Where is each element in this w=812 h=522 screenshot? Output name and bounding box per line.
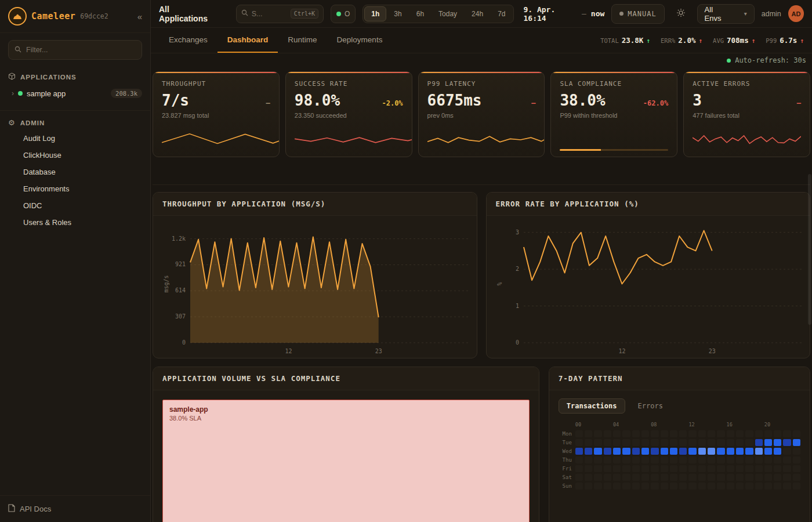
heatmap-cell [594,430,601,437]
heatmap-cell [688,430,696,437]
heatmap-hour-label [708,422,715,429]
heatmap-cell [774,439,781,446]
heatmap-cell [651,456,658,463]
theme-toggle-button[interactable] [672,4,690,24]
tab-deployments[interactable]: Deployments [327,28,393,53]
time-range-24h[interactable]: 24h [465,6,490,21]
treemap-node-sample-app[interactable]: sample-app 38.0% SLA [162,400,530,522]
heatmap-cell [661,456,668,463]
heatmap-cell [679,448,687,455]
time-range-7d[interactable]: 7d [491,6,512,21]
charts-row: THROUGHPUT BY APPLICATION (MSG/S) 030761… [153,192,810,358]
toggle-transactions[interactable]: Transactions [559,398,625,414]
heatmap-cell [688,483,696,490]
heatmap-cell [755,456,763,463]
svg-text:2: 2 [515,266,519,272]
tab-dashboard[interactable]: Dashboard [217,28,278,53]
heatmap-cell [670,483,677,490]
global-search-box[interactable]: Ctrl+K [236,5,324,23]
chevron-down-icon: ▾ [744,10,747,17]
sidebar-item-environments[interactable]: Environments [0,180,150,197]
sidebar-item-audit-log[interactable]: Audit Log [0,130,150,147]
online-indicator[interactable]: O [331,5,356,23]
heatmap-container: 000408121620MonTueWedThuFriSatSun [559,422,800,490]
heatmap-cell [585,456,592,463]
svg-text:1.2k: 1.2k [172,235,186,242]
svg-text:23: 23 [375,348,382,354]
heatmap-hour-label: 12 [688,422,696,429]
time-range-group: 1h3h6hToday24h7d [362,5,514,23]
sidebar-filter-box[interactable] [8,40,142,60]
heatmap-cell [622,456,630,463]
dashboard-content: THROUGHPUT7/s–23.827 msg totalSUCCESS RA… [151,64,812,522]
heatmap-cell [641,430,649,437]
sidebar-item-database[interactable]: Database [0,164,150,180]
env-select[interactable]: All Envs ▾ [697,4,755,24]
heatmap-day-label: Fri [559,466,574,472]
heatmap-cell [736,465,744,472]
stat-value: 23.8K [622,36,644,45]
heatmap-cell [622,448,630,455]
manual-refresh-button[interactable]: MANUAL [611,4,664,24]
heatmap-cell [736,456,744,463]
heatmap-cell [708,456,715,463]
auto-refresh-label: Auto-refresh: 30s [735,56,806,64]
pattern-body: TransactionsErrors 000408121620MonTueWed… [549,390,810,522]
time-range-6h[interactable]: 6h [409,6,431,21]
heatmap-cell [698,465,706,472]
arrow-up-icon: ↑ [646,37,650,45]
toggle-errors[interactable]: Errors [630,398,671,414]
heatmap-cell [613,439,621,446]
time-range-today[interactable]: Today [432,6,464,21]
sidebar-item-clickhouse[interactable]: ClickHouse [0,147,150,164]
heatmap-cell [604,439,611,446]
tab-exchanges[interactable]: Exchanges [159,28,217,53]
search-icon [14,46,21,55]
env-select-value: All Envs [705,5,729,23]
heatmap-cell [764,448,772,455]
time-separator: – [582,9,586,18]
svg-text:0: 0 [515,339,519,346]
heatmap-hour-label [661,422,668,429]
heatmap-cell [679,456,687,463]
heatmap-hour-label [698,422,706,429]
heatmap-cell [622,474,630,481]
heatmap-cell [661,448,668,455]
heatmap-cell [755,465,763,472]
app-version: 69dcce2 [80,12,108,20]
heatmap-cell [613,474,621,481]
kpi-row: THROUGHPUT7/s–23.827 msg totalSUCCESS RA… [153,71,810,157]
heatmap-cell [755,448,763,455]
sidebar-item-oidc[interactable]: OIDC [0,197,150,214]
filter-input[interactable] [26,46,136,54]
heatmap-day-label: Sat [559,474,574,480]
avatar[interactable]: AD [788,5,804,22]
heatmap-hour-label [793,422,800,429]
time-range-1h[interactable]: 1h [364,6,386,21]
api-docs-link[interactable]: API Docs [0,495,150,522]
heatmap-hour-label [774,422,781,429]
global-search-input[interactable] [252,10,287,18]
svg-text:921: 921 [175,261,186,267]
sidebar-item-users-roles[interactable]: Users & Roles [0,214,150,231]
kpi-title: SUCCESS RATE [295,80,403,88]
heatmap-cell [736,430,744,437]
sidebar-item-sample-app[interactable]: › sample app 208.3k [0,85,150,102]
heatmap-cell [783,483,791,490]
kpi-card-success-rate: SUCCESS RATE98.0%-2.0%23.350 succeeded [285,71,412,157]
heatmap-cell [708,474,715,481]
tab-runtime[interactable]: Runtime [278,28,327,53]
sidebar-collapse-button[interactable]: « [137,12,142,21]
scrollbar[interactable] [808,174,811,325]
heatmap-cell [793,448,800,455]
heatmap-cell [774,474,781,481]
heatmap-cell [793,474,800,481]
kpi-card-active-errors: ACTIVE ERRORS3–477 failures total [683,71,810,157]
heatmap-cell [717,439,724,446]
heatmap-cell [641,439,649,446]
heatmap-cell [651,439,658,446]
logo-row: Cameleer 69dcce2 « [0,0,150,33]
heatmap-cell [679,483,687,490]
section-label: ADMIN [20,119,45,126]
time-range-3h[interactable]: 3h [387,6,408,21]
